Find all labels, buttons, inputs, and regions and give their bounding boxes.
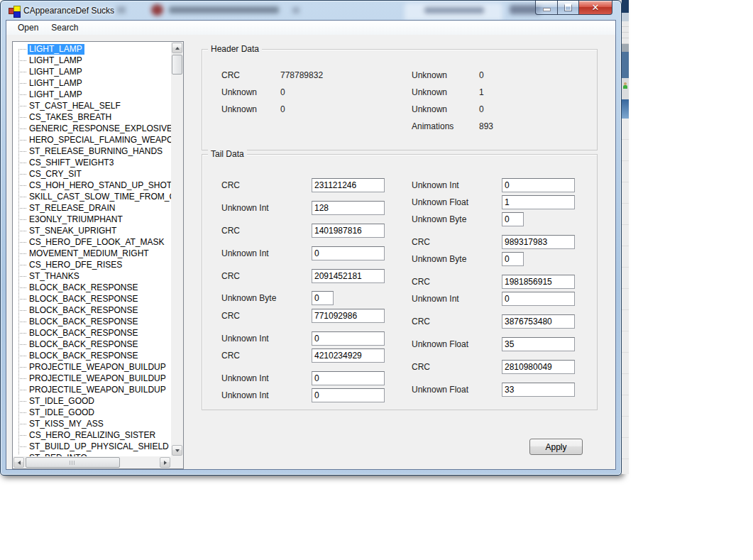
tree-item[interactable]: ST_IDLE_GOOD xyxy=(13,395,171,407)
field-label: Unknown Float xyxy=(412,197,468,207)
glass-blur-tab-text-1 xyxy=(169,6,279,13)
tree-item[interactable]: BLOCK_BACK_RESPONSE xyxy=(13,327,171,339)
tree-item[interactable]: ST_THANKS xyxy=(13,270,171,282)
value-input[interactable] xyxy=(312,331,385,346)
field-label: Unknown Byte xyxy=(221,293,276,303)
field-label: Unknown xyxy=(412,104,447,114)
tree-horizontal-scrollbar[interactable] xyxy=(13,456,171,468)
field-label: Unknown Int xyxy=(221,203,269,213)
value-input[interactable] xyxy=(502,195,575,209)
tree-item-label: BLOCK_BACK_RESPONSE xyxy=(28,351,140,361)
tree-item[interactable]: LIGHT_LAMP xyxy=(13,77,171,89)
field-label: CRC xyxy=(221,180,240,190)
tree-item[interactable]: LIGHT_LAMP xyxy=(13,43,171,55)
vertical-scroll-thumb[interactable] xyxy=(172,55,182,75)
value-input[interactable] xyxy=(502,292,575,306)
crc-input[interactable] xyxy=(312,224,385,238)
tree-item-label: LIGHT_LAMP xyxy=(28,89,84,100)
scroll-right-button[interactable] xyxy=(160,457,170,468)
tree-item[interactable]: CS_HOH_HERO_STAND_UP_SHOT_13_0 xyxy=(13,180,171,191)
scroll-left-button[interactable] xyxy=(13,457,24,468)
tree-item-label: CS_HERO_DFE_LOOK_AT_MASK xyxy=(28,237,167,248)
apply-button[interactable]: Apply xyxy=(529,439,583,455)
field-label: Unknown Int xyxy=(221,390,269,400)
tree-item[interactable]: CS_HERO_DFE_LOOK_AT_MASK xyxy=(13,236,171,248)
scroll-up-button[interactable] xyxy=(172,43,182,53)
menu-item-open[interactable]: Open xyxy=(11,21,45,35)
scroll-down-button[interactable] xyxy=(172,445,182,456)
value-input[interactable] xyxy=(312,201,385,215)
title-bar[interactable]: CAppearanceDef Sucks xyxy=(1,1,620,20)
crc-input[interactable] xyxy=(312,269,385,283)
value-input[interactable] xyxy=(502,178,575,192)
tree-item-label: E3ONLY_TRIUMPHANT xyxy=(28,214,125,225)
tree-item[interactable]: CS_HERO_DFE_RISES xyxy=(13,259,171,270)
tree-vertical-scrollbar[interactable] xyxy=(171,42,183,456)
tree-item[interactable]: ST_CAST_HEAL_SELF xyxy=(13,100,171,111)
maximize-button[interactable] xyxy=(558,1,579,15)
tree-item-label: PROJECTILE_WEAPON_BUILDUP xyxy=(28,373,168,384)
tree-item[interactable]: BLOCK_BACK_RESPONSE xyxy=(13,339,171,350)
crc-input[interactable] xyxy=(502,275,575,289)
close-button[interactable]: ✕ xyxy=(579,1,612,15)
crc-input[interactable] xyxy=(502,360,575,374)
tree-item[interactable]: LIGHT_LAMP xyxy=(13,66,171,77)
tree-item-label: CS_HOH_HERO_STAND_UP_SHOT_13_0 xyxy=(28,180,171,191)
tree-item[interactable]: ST_KISS_MY_ASS xyxy=(13,418,171,429)
tail-data-group: Tail Data CRCUnknown IntCRCUnknown IntCR… xyxy=(202,154,598,410)
field-value: 893 xyxy=(479,121,493,131)
tree-item[interactable]: BLOCK_BACK_RESPONSE xyxy=(13,350,171,361)
tree-item[interactable]: BLOCK_BACK_RESPONSE xyxy=(13,282,171,293)
tree-item[interactable]: HERO_SPECIAL_FLAMING_WEAPON_EN xyxy=(13,134,171,146)
tree-item[interactable]: CS_TAKES_BREATH xyxy=(13,111,171,123)
tree-item[interactable]: PROJECTILE_WEAPON_BUILDUP xyxy=(13,373,171,384)
tree-item[interactable]: BLOCK_BACK_RESPONSE xyxy=(13,293,171,304)
tree-item[interactable]: ST_SNEAK_UPRIGHT xyxy=(13,225,171,236)
tree-item-label: BLOCK_BACK_RESPONSE xyxy=(28,305,140,316)
tree-item[interactable]: BLOCK_BACK_RESPONSE xyxy=(13,304,171,316)
arrow-right-icon xyxy=(164,461,167,465)
tree-item[interactable]: LIGHT_LAMP xyxy=(13,55,171,66)
menu-item-search[interactable]: Search xyxy=(45,21,84,35)
tree-item[interactable]: CS_SHIFT_WEIGHT3 xyxy=(13,157,171,168)
menu-bar: Open Search xyxy=(6,21,615,35)
value-input[interactable] xyxy=(312,291,334,305)
tree-item[interactable]: PROJECTILE_WEAPON_BUILDUP xyxy=(13,361,171,373)
tree-item[interactable]: CS_CRY_SIT xyxy=(13,168,171,180)
value-input[interactable] xyxy=(502,212,524,226)
crc-input[interactable] xyxy=(312,309,385,323)
tree-item[interactable]: ST_IDLE_GOOD xyxy=(13,407,171,418)
value-input[interactable] xyxy=(502,337,575,351)
tree-item[interactable]: BLOCK_BACK_RESPONSE xyxy=(13,316,171,327)
tree-item[interactable]: ST_BUILD_UP_PHYSICAL_SHIELD xyxy=(13,441,171,452)
crc-input[interactable] xyxy=(502,235,575,249)
minimize-button[interactable] xyxy=(535,1,558,15)
tree-item[interactable]: CS_HERO_REALIZING_SISTER xyxy=(13,429,171,441)
tree-item-label: CS_SHIFT_WEIGHT3 xyxy=(28,158,116,168)
tree-item-label: ST_IDLE_GOOD xyxy=(28,396,97,407)
tree-item[interactable]: ST_RELEASE_BURNING_HANDS xyxy=(13,146,171,157)
tree-item-label: ST_KISS_MY_ASS xyxy=(28,419,106,429)
value-input[interactable] xyxy=(502,252,524,266)
tree-item-label: LIGHT_LAMP xyxy=(28,44,84,55)
tree-item-label: LIGHT_LAMP xyxy=(28,67,84,77)
crc-input[interactable] xyxy=(312,178,385,192)
app-window: CAppearanceDef Sucks ✕ Open Search LIGHT… xyxy=(0,0,622,476)
tree-item[interactable]: ST_RELEASE_DRAIN xyxy=(13,202,171,214)
value-input[interactable] xyxy=(312,246,385,260)
horizontal-scroll-thumb[interactable] xyxy=(26,457,120,468)
tree-item[interactable]: SKILL_CAST_SLOW_TIME_FROM_COMB xyxy=(13,191,171,202)
value-input[interactable] xyxy=(312,371,385,385)
tree-item[interactable]: E3ONLY_TRIUMPHANT xyxy=(13,214,171,225)
field-value: 778789832 xyxy=(280,70,323,80)
tree-item-label: CS_HERO_REALIZING_SISTER xyxy=(28,430,158,441)
value-input[interactable] xyxy=(502,383,575,397)
tree-item[interactable]: GENERIC_RESPONSE_EXPLOSIVE_FORC xyxy=(13,123,171,134)
value-input[interactable] xyxy=(312,388,385,402)
tree-item[interactable]: LIGHT_LAMP xyxy=(13,89,171,100)
field-label: CRC xyxy=(221,311,240,321)
tree-item[interactable]: PROJECTILE_WEAPON_BUILDUP xyxy=(13,384,171,395)
crc-input[interactable] xyxy=(502,314,575,329)
tree-item[interactable]: MOVEMENT_MEDIUM_RIGHT xyxy=(13,248,171,259)
crc-input[interactable] xyxy=(312,348,385,363)
